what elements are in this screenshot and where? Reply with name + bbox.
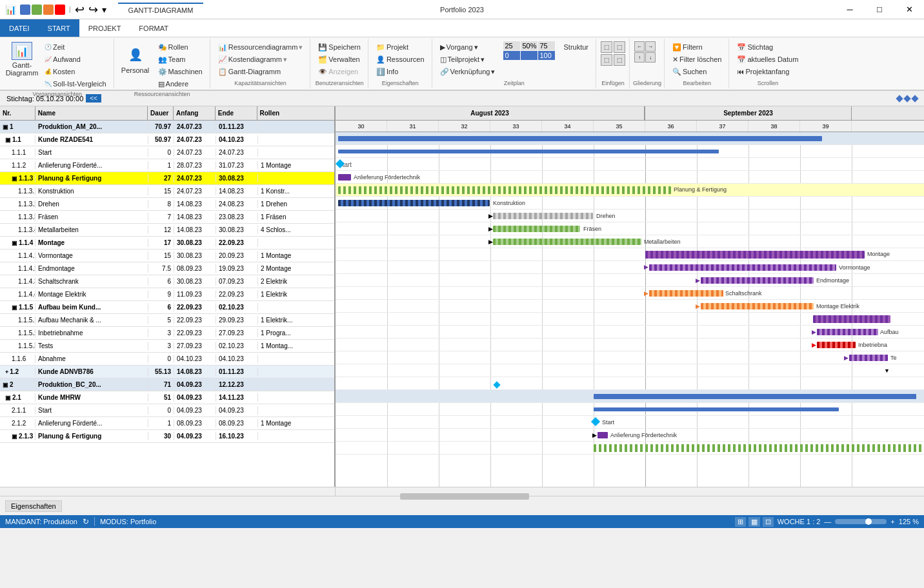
month-september: September 2023 <box>645 106 852 120</box>
gantt-row-1-1-3: Planung & Fertigung <box>336 184 924 197</box>
table-row[interactable]: 1.1.4.3 Schaltschrank 6 30.08.23 07.09.2… <box>0 275 334 288</box>
suchen-btn[interactable]: 🔍Suchen <box>669 66 725 77</box>
table-row-selected[interactable]: ▣1.1.3 Planung & Fertigung 27 24.07.23 3… <box>0 172 334 185</box>
projektanfang-btn[interactable]: ⏮Projektanfang <box>734 66 801 77</box>
gantt-row-1-1-3-3: ▶ Fräsen <box>336 222 924 235</box>
gantt-row-1-1-6: ▼ <box>336 364 924 377</box>
table-row[interactable]: 2.1.2 Anlieferung Förderté... 1 08.09.23… <box>0 417 334 430</box>
app-icon: 📊 <box>5 5 16 15</box>
woche-label: WOCHE 1 : 2 <box>778 518 821 525</box>
stichtag-label: Stichtag: 05.10.23 00:00 <box>6 95 83 103</box>
table-row[interactable]: 2.1.1 Start 0 04.09.23 04.09.23 <box>0 404 334 417</box>
maschinen-btn[interactable]: ⚙️ Maschinen <box>155 66 206 77</box>
table-row[interactable]: 1.1.2 Anlieferung Förderté... 1 28.07.23… <box>0 159 334 172</box>
gantt-tab[interactable]: GANTT-DIAGRAMM <box>118 3 204 17</box>
table-row[interactable]: ▣2.1.3 Planung & Fertigung 30 04.09.23 1… <box>0 430 334 443</box>
gantt-diagramm-small-btn[interactable]: 📋 Gantt-Diagramm <box>215 66 306 77</box>
filter-loeschen-btn[interactable]: ✕Filter löschen <box>669 54 725 65</box>
team-btn[interactable]: 👥 Team <box>155 54 206 65</box>
table-row[interactable]: 1.1.3.2 Drehen 8 14.08.23 24.08.23 1 Dre… <box>0 198 334 211</box>
table-row[interactable]: ▣1.1.4 Montage 17 30.08.23 22.09.23 <box>0 237 334 250</box>
table-row[interactable]: 1.1.4.4 Montage Elektrik 9 11.09.23 22.0… <box>0 288 334 301</box>
eigenschaften-btn[interactable]: Eigenschaften <box>5 500 62 512</box>
maximize-btn[interactable]: □ <box>865 0 894 19</box>
ribbon-content: 📊 Gantt-Diagramm 🕐 Zeit 📈 Aufwand 💰 Kost… <box>0 37 924 90</box>
hscrollbar[interactable] <box>0 487 924 496</box>
zoom-in-btn[interactable]: + <box>890 518 894 525</box>
zoom-label: 125 % <box>899 518 919 525</box>
filtern-btn[interactable]: 🔽Filtern <box>669 41 725 53</box>
gantt-row-1-1-4-3: ▶ Schaltschrank <box>336 287 924 300</box>
vorgang-btn[interactable]: ▶Vorgang▾ <box>437 41 481 53</box>
group-vorgangsansichten: 📊 Gantt-Diagramm 🕐 Zeit 📈 Aufwand 💰 Kost… <box>1 39 114 88</box>
gantt-row-2-1-2: ▶ Anlieferung Fördertechnik <box>336 429 924 442</box>
group-benutzeransichten: 💾 Speichern 🗂️ Verwalten 👁️ Anzeigen Ben… <box>311 39 368 88</box>
col-nr: Nr. <box>0 106 35 120</box>
statusbar: MANDANT: Produktion ↻ MODUS: Portfolio ⊞… <box>0 515 924 528</box>
zoom-slider[interactable] <box>835 519 887 524</box>
verwalten-btn[interactable]: 🗂️ Verwalten <box>315 54 364 65</box>
rollen-btn[interactable]: 🎭 Rollen <box>155 41 206 53</box>
anzeigen-btn[interactable]: 👁️ Anzeigen <box>315 66 364 77</box>
table-row[interactable]: ▣2.1 Kunde MHRW 51 04.09.23 14.11.23 <box>0 391 334 404</box>
table-row[interactable]: 1.1.3.1 Konstruktion 15 24.07.23 14.08.2… <box>0 185 334 198</box>
table-row[interactable]: 1.1.5.3 Tests 3 27.09.23 02.10.23 1 Mont… <box>0 340 334 353</box>
zoom-out-btn[interactable]: — <box>824 518 831 525</box>
aufwand-btn[interactable]: 📈 Aufwand <box>41 54 110 65</box>
table-row[interactable]: ▣2 Produktion_BC_20... 71 04.09.23 12.12… <box>0 378 334 391</box>
tab-format[interactable]: FORMAT <box>130 19 177 37</box>
table-row[interactable]: 1.1.4.1 Vormontage 15 30.08.23 20.09.23 … <box>0 250 334 262</box>
kostendiagramm-btn[interactable]: 📈 Kostendiagramm ▾ <box>215 54 306 65</box>
gantt-row-1-2 <box>336 377 924 390</box>
struktur-btn[interactable]: Struktur <box>560 41 592 53</box>
group-zeitplan: ▶Vorgang▾ ◫Teilprojekt▾ 🔗Verknüpfung▾ <box>433 39 596 88</box>
gantt-row-1-1-3-4: ▶ Metallarbeiten <box>336 235 924 248</box>
table-row[interactable]: 1.1.3.3 Fräsen 7 14.08.23 23.08.23 1 Frä… <box>0 211 334 224</box>
table-row[interactable]: 1.1.5.1 Aufbau Mechanik & ... 5 22.09.23… <box>0 314 334 327</box>
tab-start[interactable]: START <box>39 19 79 37</box>
gantt-row-1-1-5-3: ▶ Te <box>336 351 924 364</box>
table-row[interactable]: +1.2 Kunde ADNVB786 55.13 14.08.23 01.11… <box>0 366 334 378</box>
tab-projekt[interactable]: PROJEKT <box>79 19 130 37</box>
gantt-panel: August 2023 September 2023 30 31 32 33 3… <box>336 106 924 487</box>
table-row[interactable]: ▣1.1 Kunde RZADE541 50.97 24.07.23 04.10… <box>0 133 334 146</box>
stichtag-btn[interactable]: 📅Stichtag <box>734 41 801 53</box>
info-btn[interactable]: ℹ️ Info <box>373 66 428 77</box>
speichern-btn[interactable]: 💾 Speichern <box>315 41 364 53</box>
gantt-row-2-1-1: Start <box>336 416 924 429</box>
collapse-gantt-btn[interactable]: << <box>86 94 101 103</box>
diamond-marker-3 <box>911 95 918 102</box>
group-gliederung: ← → ↑ ↓ Gliederung <box>630 39 665 88</box>
table-row[interactable]: 1.1.6 Abnahme 0 04.10.23 04.10.23 <box>0 353 334 366</box>
table-row[interactable]: 1.1.4.2 Endmontage 7.5 08.09.23 19.09.23… <box>0 262 334 275</box>
ressourcendiagramm-btn[interactable]: 📊 Ressourcendiagramm ▾ <box>215 41 306 53</box>
gantt-diagramm-btn[interactable]: 📊 Gantt-Diagramm <box>5 41 39 77</box>
gantt-row-1-1-4: Montage <box>336 248 924 261</box>
main-area: Nr. Name Dauer Anfang Ende Rollen ▣1 Pro… <box>0 106 924 487</box>
col-dauer: Dauer <box>148 106 174 120</box>
table-row[interactable]: ▣1 Produktion_AM_20... 70.97 24.07.23 01… <box>0 121 334 133</box>
andere-btn[interactable]: ▤ Andere <box>155 78 206 90</box>
soll-ist-btn[interactable]: 📉 Soll-Ist-Vergleich <box>41 78 110 90</box>
col-ende: Ende <box>216 106 257 120</box>
refresh-icon[interactable]: ↻ <box>83 517 89 526</box>
close-btn[interactable]: ✕ <box>894 0 924 19</box>
gantt-row-1 <box>336 132 924 145</box>
verknuepfung-btn[interactable]: 🔗Verknüpfung▾ <box>437 66 499 77</box>
ribbon-tabs: DATEI START PROJEKT FORMAT <box>0 19 924 37</box>
table-row[interactable]: 1.1.5.2 Inbetriebnahme 3 22.09.23 27.09.… <box>0 327 334 340</box>
gantt-row-1-1-4-4: ▶ Montage Elektrik <box>336 300 924 313</box>
ressourcen-btn[interactable]: 👤 Ressourcen <box>373 54 428 65</box>
tab-datei[interactable]: DATEI <box>0 19 39 37</box>
aktuelles-datum-btn[interactable]: 📅aktuelles Datum <box>734 54 801 65</box>
gantt-row-1-1-4-1: ▶ Vormontage <box>336 261 924 274</box>
minimize-btn[interactable]: ─ <box>835 0 865 19</box>
zeit-btn[interactable]: 🕐 Zeit <box>41 41 110 53</box>
table-row[interactable]: 1.1.3.4 Metallarbeiten 12 14.08.23 30.08… <box>0 224 334 237</box>
personal-btn[interactable]: 👤 Personal <box>119 41 152 77</box>
kosten-btn[interactable]: 💰 Kosten <box>41 66 110 77</box>
projekt-btn[interactable]: 📁 Projekt <box>373 41 428 53</box>
table-row[interactable]: ▣1.1.5 Aufbau beim Kund... 6 22.09.23 02… <box>0 301 334 314</box>
table-row[interactable]: 1.1.1 Start 0 24.07.23 24.07.23 <box>0 146 334 159</box>
teilprojekt-btn[interactable]: ◫Teilprojekt▾ <box>437 54 488 65</box>
